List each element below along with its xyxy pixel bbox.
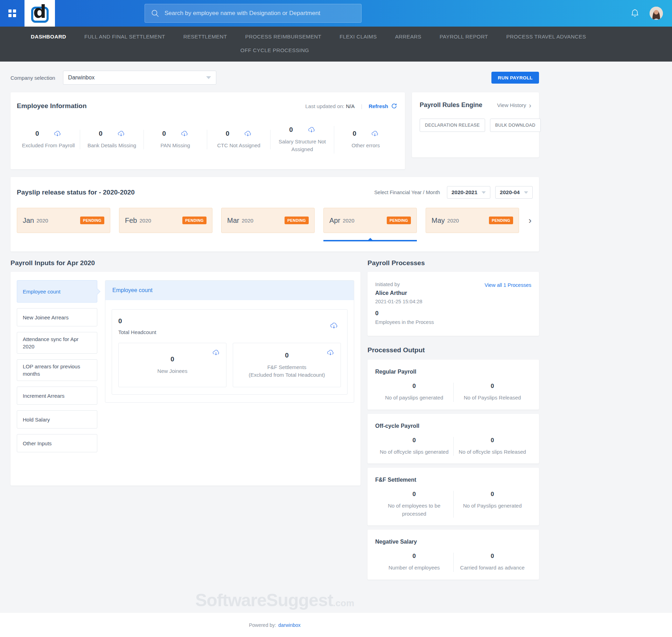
search-bar (145, 4, 362, 23)
sidebar-item-increment-arrears[interactable]: Increment Arrears (17, 387, 97, 405)
chevron-right-icon: › (529, 103, 531, 108)
stat-other-errors: 0 Other errors (334, 130, 397, 150)
sidebar-item-employee-count[interactable]: Employee count (17, 280, 97, 303)
main-content: Company selection Darwinbox RUN PAYROLL … (10, 71, 539, 584)
user-avatar[interactable] (650, 7, 663, 20)
notifications-bell-icon[interactable] (631, 9, 639, 18)
regular-payroll-card: Regular Payroll 0 No of payslips generat… (368, 360, 539, 410)
status-badge: PENDING (387, 217, 411, 224)
page: d (0, 0, 672, 637)
month-card-mar: Mar 2020 PENDING (221, 208, 315, 233)
status-badge: PENDING (182, 217, 206, 224)
chevron-down-icon (482, 191, 486, 194)
nav-arrears[interactable]: ARREARS (395, 34, 421, 40)
refresh-button[interactable]: Refresh (369, 103, 397, 109)
initiated-by-name: Alice Arthur (375, 290, 531, 296)
cloud-download-icon[interactable] (54, 130, 61, 137)
search-input[interactable] (164, 10, 356, 17)
stat-ctc-not-assigned: 0 CTC Not Assigned (207, 130, 271, 150)
sidebar-item-new-joinee-arrears[interactable]: New Joinee Arrears (17, 308, 97, 326)
run-payroll-button[interactable]: RUN PAYROLL (491, 72, 539, 84)
nav-resettlement[interactable]: RESETTLEMENT (183, 34, 227, 40)
darwinbox-logo[interactable]: d (24, 0, 55, 27)
cloud-download-icon[interactable] (330, 321, 338, 330)
nav-off-cycle-processing[interactable]: OFF CYCLE PROCESSING (240, 47, 309, 53)
select-fy-month-label: Select Financial Year / Month (374, 190, 440, 195)
sidebar-item-hold-salary[interactable]: Hold Salary (17, 410, 97, 429)
header-actions (631, 7, 672, 20)
months-scroll-right-icon[interactable]: › (528, 215, 532, 226)
employees-in-process-value: 0 (375, 310, 531, 317)
chevron-down-icon (524, 191, 528, 194)
nav-payroll-report[interactable]: PAYROLL REPORT (440, 34, 488, 40)
last-updated-value: N/A (346, 103, 355, 109)
view-all-processes-link[interactable]: View all 1 Processes (484, 282, 531, 288)
nav-row-2: OFF CYCLE PROCESSING (0, 47, 550, 53)
stat-pan-missing: 0 PAN Missing (144, 130, 207, 150)
status-badge: PENDING (285, 217, 309, 224)
cloud-download-icon[interactable] (371, 130, 379, 137)
negative-salary-card: Negative Salary 0 Number of employees 0 … (368, 530, 539, 580)
status-badge: PENDING (489, 217, 513, 224)
month-card-may: May 2020 PENDING (426, 208, 519, 233)
stat-bank-details-missing: 0 Bank Details Missing (80, 130, 144, 150)
total-headcount-value: 0 (118, 317, 341, 325)
payslip-release-card: Payslip release status for - 2020-2020 S… (10, 177, 539, 252)
cloud-download-icon[interactable] (244, 130, 252, 137)
ff-settlements-card: 0 F&F Settlements (Excluded from Total H… (233, 343, 341, 387)
company-select[interactable]: Darwinbox (63, 71, 216, 85)
declaration-release-button[interactable]: DECLARATION RELEASE (420, 119, 485, 132)
darwinbox-logo-icon: d (30, 3, 49, 23)
cloud-download-icon[interactable] (181, 130, 188, 137)
payslip-release-title: Payslip release status for - 2020-2020 (17, 189, 135, 196)
darwinbox-link[interactable]: darwinbox (278, 622, 301, 628)
month-select[interactable]: 2020-04 (495, 186, 533, 199)
processed-output-title: Processed Output (368, 346, 539, 354)
sidebar-item-attendance-sync[interactable]: Attendance sync for Apr 2020 (17, 332, 97, 354)
bulk-download-button[interactable]: BULK DOWNLOAD (490, 119, 541, 132)
company-select-value: Darwinbox (68, 75, 95, 81)
months-row: Jan 2020 PENDING Feb 2020 PENDING Mar (17, 208, 533, 233)
payroll-processes-title: Payroll Processes (368, 259, 539, 267)
payroll-rules-engine-card: Payroll Rules Engine View History › DECL… (412, 92, 539, 157)
off-cycle-payroll-card: Off-cycle Payroll 0 No of offcycle slips… (368, 414, 539, 464)
employee-information-title: Employee Information (17, 102, 87, 110)
nav-flexi-claims[interactable]: FLEXI CLAIMS (340, 34, 377, 40)
month-card-apr-selected: Apr 2020 PENDING (323, 208, 417, 233)
last-updated-label: Last updated on: (305, 103, 344, 109)
chevron-down-icon (206, 76, 211, 79)
employee-count-panel-header: Employee count (105, 281, 354, 300)
top-header: d (0, 0, 672, 27)
new-joinees-card: 0 New Joinees (118, 343, 226, 387)
nav-row-1: DASHBOARD FULL AND FINAL SETTLEMENT RESE… (0, 34, 672, 40)
sidebar-item-lop-arrears[interactable]: LOP arrears for previous months (17, 359, 97, 381)
payroll-inputs-title: Payroll Inputs for Apr 2020 (10, 259, 360, 267)
app-launcher-icon[interactable] (8, 9, 16, 17)
cloud-download-icon[interactable] (327, 349, 334, 356)
stat-salary-structure-not-assigned: 0 Salary Structure Not Assigned (271, 126, 334, 154)
employees-in-process-label: Employees in the Process (375, 319, 531, 325)
payroll-rules-engine-title: Payroll Rules Engine (420, 101, 482, 109)
payroll-processes-card: View all 1 Processes Initiated by Alice … (368, 272, 539, 336)
cloud-download-icon[interactable] (308, 126, 315, 134)
payroll-inputs-card: Employee count New Joinee Arrears Attend… (10, 272, 360, 486)
month-card-feb: Feb 2020 PENDING (119, 208, 212, 233)
cloud-download-icon[interactable] (212, 349, 220, 356)
ff-settlement-card: F&F Settlement 0 No of employees to be p… (368, 468, 539, 525)
selected-month-indicator (323, 240, 417, 241)
nav-dashboard[interactable]: DASHBOARD (31, 34, 66, 40)
nav-process-travel-advances[interactable]: PROCESS TRAVEL ADVANCES (506, 34, 586, 40)
employee-information-card: Employee Information Last updated on: N/… (10, 92, 405, 169)
financial-year-select[interactable]: 2020-2021 (447, 186, 490, 199)
refresh-icon (391, 103, 397, 109)
nav-process-reimbursement[interactable]: PROCESS REIMBURSEMENT (245, 34, 322, 40)
status-badge: PENDING (80, 217, 104, 224)
view-history-link[interactable]: View History › (497, 102, 531, 108)
sidebar-item-other-inputs[interactable]: Other Inputs (17, 434, 97, 452)
cloud-download-icon[interactable] (117, 130, 125, 137)
company-selection-label: Company selection (10, 75, 55, 81)
toolbar: Company selection Darwinbox RUN PAYROLL (10, 71, 539, 85)
employee-count-panel: Employee count 0 Total Headcount (105, 280, 354, 403)
stat-excluded-from-payroll: 0 Excluded From Payroll (17, 130, 80, 150)
nav-full-and-final-settlement[interactable]: FULL AND FINAL SETTLEMENT (84, 34, 165, 40)
